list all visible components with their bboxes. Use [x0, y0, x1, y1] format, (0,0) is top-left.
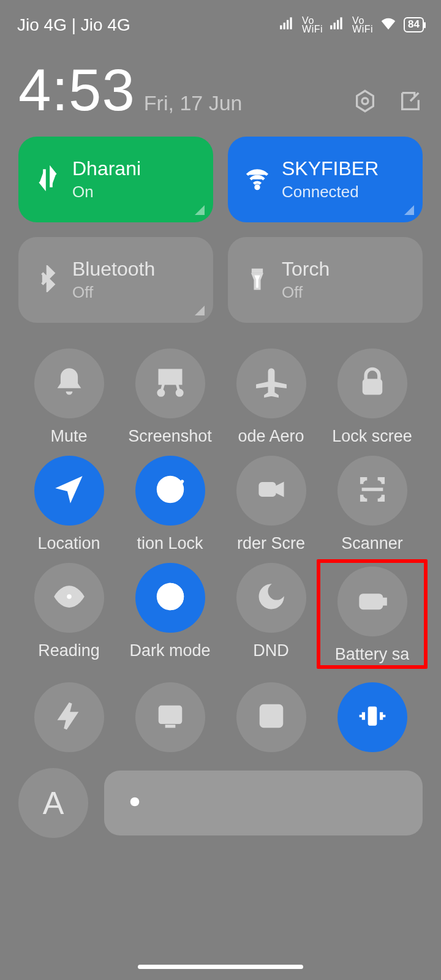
rotation-label: tion Lock — [137, 534, 203, 553]
svg-rect-11 — [253, 270, 262, 272]
screenrec-label: rder Scre — [237, 534, 305, 553]
battery-plus-icon — [356, 584, 388, 619]
bluetooth-tile[interactable]: Bluetooth Off — [18, 237, 213, 323]
signal-icon-sim2 — [329, 15, 345, 35]
svg-point-10 — [256, 186, 259, 189]
extra-toggle-1[interactable] — [34, 682, 104, 752]
wifi-tile[interactable]: SKYFIBER Connected — [228, 137, 423, 222]
svg-rect-4 — [330, 25, 332, 29]
panel-header: 4:53 Fri, 17 Jun — [0, 42, 441, 137]
moon-icon — [255, 581, 287, 615]
dnd-label: DND — [253, 641, 289, 660]
mute-label: Mute — [50, 427, 87, 446]
contrast-icon — [154, 581, 186, 615]
video-icon — [255, 473, 287, 508]
svg-rect-17 — [166, 487, 174, 494]
svg-rect-2 — [287, 20, 288, 29]
svg-rect-25 — [368, 707, 376, 725]
mobile-data-tile[interactable]: Dharani On — [18, 137, 213, 222]
location-label: Location — [37, 534, 100, 553]
vowifi-icon: VoWiFi — [302, 17, 323, 34]
torch-tile[interactable]: Torch Off — [228, 237, 423, 323]
expand-icon — [195, 205, 205, 215]
signal-icon — [279, 15, 295, 35]
dark-mode-toggle[interactable]: Dark mode — [119, 563, 221, 668]
home-indicator[interactable] — [138, 965, 303, 969]
lock-icon — [356, 366, 388, 401]
edit-icon[interactable] — [398, 89, 423, 116]
header-right — [353, 89, 423, 119]
wifi-name: SKYFIBER — [282, 157, 379, 180]
svg-rect-22 — [383, 599, 385, 605]
vibrate-toggle[interactable] — [337, 682, 407, 752]
settings-icon[interactable] — [353, 89, 377, 116]
screen-recorder-toggle[interactable]: rder Scre — [221, 456, 322, 553]
scanner-toggle[interactable]: Scanner — [322, 456, 423, 553]
svg-point-26 — [130, 797, 140, 807]
airplane-icon — [255, 366, 287, 401]
extra-toggle-2[interactable] — [135, 682, 205, 752]
svg-point-13 — [158, 390, 164, 396]
svg-marker-8 — [357, 91, 374, 111]
svg-rect-0 — [280, 25, 282, 29]
scan-icon — [356, 473, 388, 508]
mobile-data-name: Dharani — [72, 157, 141, 180]
location-toggle[interactable]: Location — [18, 456, 119, 553]
sun-icon — [121, 788, 148, 818]
bluetooth-name: Bluetooth — [72, 258, 155, 281]
screenshot-toggle[interactable]: Screenshot — [119, 349, 221, 446]
scanner-label: Scanner — [341, 534, 403, 553]
rotation-lock-icon — [154, 473, 186, 508]
torch-icon — [244, 265, 271, 295]
svg-point-14 — [176, 390, 182, 396]
mobile-data-status: On — [72, 183, 141, 202]
floating-window-icon — [256, 701, 287, 734]
dnd-toggle[interactable]: DND — [221, 563, 322, 668]
battery-saver-toggle[interactable]: Battery sa — [317, 559, 428, 669]
wifi-status: Connected — [282, 183, 379, 202]
aeroplane-label: ode Aero — [238, 427, 304, 446]
lockscreen-toggle[interactable]: Lock scree — [322, 349, 423, 446]
torch-status: Off — [282, 283, 330, 302]
bluetooth-status: Off — [72, 283, 155, 302]
torch-name: Torch — [282, 258, 330, 281]
expand-icon — [195, 306, 205, 315]
svg-rect-7 — [341, 17, 342, 29]
battery-indicator: 84 — [404, 17, 424, 32]
status-bar-right: VoWiFi VoWiFi 84 — [279, 13, 424, 36]
lockscreen-label: Lock scree — [332, 427, 412, 446]
bluetooth-icon — [34, 265, 61, 295]
mobile-data-icon — [34, 165, 61, 194]
rotation-lock-toggle[interactable]: tion Lock — [119, 456, 221, 553]
date: Fri, 17 Jun — [144, 91, 243, 115]
screenshot-label: Screenshot — [128, 427, 212, 446]
carrier-text: Jio 4G | Jio 4G — [17, 15, 130, 35]
svg-rect-18 — [259, 483, 275, 496]
svg-rect-23 — [160, 707, 180, 722]
auto-brightness-label: A — [43, 785, 64, 821]
cast-icon — [155, 701, 186, 734]
vibrate-icon — [357, 701, 388, 734]
mute-toggle[interactable]: Mute — [18, 349, 119, 446]
svg-rect-12 — [159, 371, 181, 384]
location-arrow-icon — [53, 473, 85, 508]
batterysaver-label: Battery sa — [335, 645, 410, 664]
svg-rect-6 — [337, 20, 339, 29]
aeroplane-toggle[interactable]: ode Aero — [221, 349, 322, 446]
vowifi-icon-sim2: VoWiFi — [352, 17, 373, 34]
reading-label: Reading — [38, 641, 100, 660]
extra-toggle-3[interactable] — [236, 682, 306, 752]
bolt-icon — [54, 701, 85, 734]
svg-rect-5 — [334, 23, 336, 29]
clock: 4:53 — [18, 61, 135, 119]
svg-point-9 — [362, 98, 368, 104]
header-left: 4:53 Fri, 17 Jun — [18, 61, 242, 119]
darkmode-label: Dark mode — [129, 641, 210, 660]
brightness-slider[interactable] — [104, 771, 423, 835]
eye-icon — [53, 581, 85, 615]
reading-mode-toggle[interactable]: Reading — [18, 563, 119, 668]
svg-rect-1 — [284, 23, 285, 29]
auto-brightness-toggle[interactable]: A — [18, 768, 88, 838]
svg-rect-15 — [363, 380, 381, 394]
bell-icon — [53, 366, 85, 401]
